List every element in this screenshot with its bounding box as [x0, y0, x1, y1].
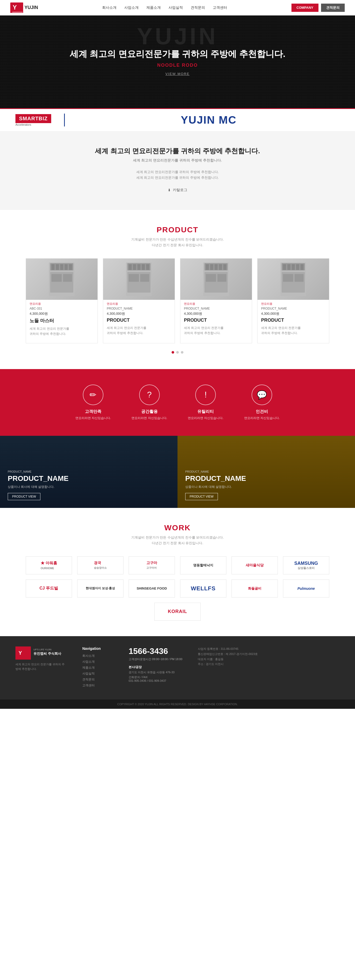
product-name: PRODUCT	[257, 317, 329, 324]
product-code: PRODUCT_NAME	[103, 306, 175, 311]
client-logo-samsung: SAMSUNG 삼성들스로리	[283, 556, 329, 574]
footer-addr-title: 본사/공장	[128, 665, 182, 670]
product-image	[103, 259, 175, 300]
catalog-button[interactable]: ⬇ 카탈로그	[168, 186, 187, 194]
client-logo-saemaeul: 새마을식당	[231, 556, 278, 574]
logo-area: Y YUJIN	[10, 3, 38, 13]
dot-2[interactable]	[176, 351, 179, 354]
footer-copyright: COPYRIGHT © 2020 YUJIN ALL RIGHTS RESERV…	[0, 700, 355, 709]
product-dots	[21, 351, 334, 354]
svg-rect-18	[146, 264, 149, 270]
hero-bg-text: YUJIN	[0, 23, 355, 50]
nav-business[interactable]: 사업소개	[124, 5, 139, 10]
feature-item-labor: 💬 인건비 면요리라면 자신있습니다.	[244, 385, 280, 420]
intro-desc: 세계 최고의 면요리전문가를 귀하의 주방에 추천합니다. 세계 최고의 면요리…	[21, 169, 334, 181]
intro-title: 세계 최고의 면요리전문가를 귀하의 주방에 추천합니다.	[21, 146, 334, 156]
footer: Y UP'S LIFE YUJIN 유진멥씨 주식회사 세계 최고의 면요리 전…	[0, 636, 355, 700]
header-buttons: COMPANY 견적문의	[292, 3, 345, 12]
smartbiz-logo: SMARTBIZ	[16, 114, 51, 123]
dot-3[interactable]	[181, 351, 184, 354]
product-code: ABC-331	[26, 306, 98, 311]
showcase-left-btn[interactable]: PRODUCT VIEW	[8, 493, 40, 500]
product-badge: 면요리용	[26, 300, 98, 306]
showcase-left-name: PRODUCT_NAME	[8, 474, 68, 483]
svg-rect-25	[210, 264, 213, 270]
svg-rect-27	[219, 264, 222, 270]
product-image	[180, 259, 252, 300]
client-logo-pulmuone: Pulmuone	[283, 579, 329, 598]
client-logo-cj: CJ 푸드빌	[26, 579, 72, 598]
client-logo-ourhome: ★ 아워홈OURHOME	[26, 556, 72, 574]
footer-nav-about[interactable]: 회사소개	[82, 654, 113, 658]
svg-rect-4	[51, 264, 54, 270]
showcase-right-badge: PRODUCT_NAME	[185, 470, 246, 473]
company-button[interactable]: COMPANY	[292, 3, 319, 12]
intro-section: 세계 최고의 면요리전문가를 귀하의 주방에 추천합니다. 세계 최고의 면요리…	[0, 131, 355, 210]
nav-projects[interactable]: 사업실적	[168, 5, 183, 10]
svg-rect-5	[56, 264, 59, 270]
footer-nav-quote[interactable]: 견적문의	[82, 678, 113, 682]
svg-rect-36	[292, 264, 295, 270]
dot-1[interactable]	[171, 351, 174, 354]
svg-rect-24	[206, 264, 209, 270]
nav-quote[interactable]: 견적문의	[191, 5, 205, 10]
hero-content: 세계 최고의 면요리전문가를 귀하의 주방에 추천합니다. NOODLE ROD…	[70, 48, 285, 76]
product-badge: 면요리용	[180, 300, 252, 306]
feature-item-utility: ! 유틸리티 면요리라면 자신있습니다.	[188, 385, 223, 420]
svg-rect-15	[133, 264, 136, 270]
product-card: 면요리용 PRODUCT_NAME 4,300,000원 PRODUCT 세계 …	[180, 258, 252, 343]
footer-nav-projects[interactable]: 사업실적	[82, 671, 113, 676]
work-section-desc: 기계설비 전문가가 만든 수십년개의 진수를 보여드리겠습니다.다년간 전기 전…	[21, 535, 334, 546]
nav-about[interactable]: 회사소개	[102, 5, 117, 10]
nav-support[interactable]: 고객센터	[213, 5, 227, 10]
product-section-desc: 기계설비 전문가가 만든 수십년개의 진수를 보여드리겠습니다.다년간 전기 전…	[21, 237, 334, 248]
svg-rect-31	[217, 274, 227, 282]
footer-nav: Navigation 회사소개 사업소개 제품소개 사업실적 견적문의 고객센터	[82, 646, 113, 689]
main-nav: 회사소개 사업소개 제품소개 사업실적 견적문의 고객센터	[102, 5, 227, 10]
feature-title: 공간활용	[132, 409, 167, 414]
footer-nav-title: Navigation	[82, 646, 113, 651]
product-price: 4,300,000원	[257, 311, 329, 317]
svg-rect-41	[295, 274, 304, 282]
inquiry-button[interactable]: 견적문의	[321, 3, 345, 12]
svg-rect-30	[206, 274, 216, 282]
product-section-title: PRODUCT	[21, 225, 334, 234]
product-text: 세계 최고의 면요리 전문가를귀하의 주방에 추천합니다.	[257, 324, 329, 337]
footer-nav-business[interactable]: 사업소개	[82, 660, 113, 664]
svg-rect-11	[63, 274, 72, 282]
footer-fax: 간화문의 / FAX 031-905-3436 / 031-909-3437	[128, 675, 182, 682]
footer-tel: 1566-3436	[128, 646, 182, 656]
footer-tel-sub: 고객센터운영시간 09:00~18:00 / PM 18:00	[128, 657, 182, 661]
footer-nav-products[interactable]: 제품소개	[82, 665, 113, 670]
header: Y YUJIN 회사소개 사업소개 제품소개 사업실적 견적문의 고객센터 CO…	[0, 0, 355, 16]
logo-icon: Y	[10, 3, 23, 13]
client-logo-shinsegae: SHINSEGAE FOOD	[128, 579, 175, 598]
feature-desc: 면요리라면 자신있습니다.	[244, 416, 280, 420]
footer-logo-text: UP'S LIFE YUJIN	[33, 648, 61, 651]
product-price: 4,300,000원	[103, 311, 175, 317]
footer-company-name: 유진멥씨 주식회사	[33, 651, 61, 656]
footer-tel-area: 1566-3436 고객센터운영시간 09:00~18:00 / PM 18:0…	[128, 646, 182, 689]
footer-addr: 경기도 이천시 유현읍 사판동 476-33	[128, 670, 182, 674]
hero-subtitle: NOODLE RODO	[70, 63, 285, 68]
footer-nav-support[interactable]: 고객센터	[82, 683, 113, 688]
client-logo-gyungkuk: 경국승승장아소	[77, 556, 124, 574]
client-logo-goguma: 고구마고구마어	[128, 556, 175, 574]
product-grid: 면요리용 ABC-331 4,300,000원 노들 마스터 세계 최고의 면요…	[21, 258, 334, 343]
svg-rect-35	[287, 264, 290, 270]
svg-rect-8	[69, 264, 72, 270]
hero-title: 세계 최고의 면요리전문가를 귀하의 주방에 추천합니다.	[70, 48, 285, 60]
product-name: 노들 마스터	[26, 317, 98, 325]
svg-rect-14	[128, 264, 132, 270]
hero-link[interactable]: VIEW MORE	[70, 72, 285, 76]
product-price: 4,300,000원	[26, 311, 98, 317]
showcase-right-desc: 상품이나 회사에 대해 설명합니다.	[185, 485, 246, 489]
svg-rect-6	[60, 264, 63, 270]
footer-tagline: 세계 최고의 면요리 전문가를 귀하의 주방에 추천합니다.	[16, 662, 67, 671]
showcase-right-btn[interactable]: PRODUCT VIEW	[185, 493, 218, 500]
client-logo-hwadol: 화들골비	[231, 579, 278, 598]
showcase-left-desc: 상품이나 회사에 대해 설명합니다.	[8, 485, 68, 489]
product-card: 면요리용 PRODUCT_NAME 4,300,000원 PRODUCT 세계 …	[103, 258, 175, 343]
product-card: 면요리용 PRODUCT_NAME 4,300,000원 PRODUCT 세계 …	[257, 258, 329, 343]
nav-products[interactable]: 제품소개	[146, 5, 161, 10]
